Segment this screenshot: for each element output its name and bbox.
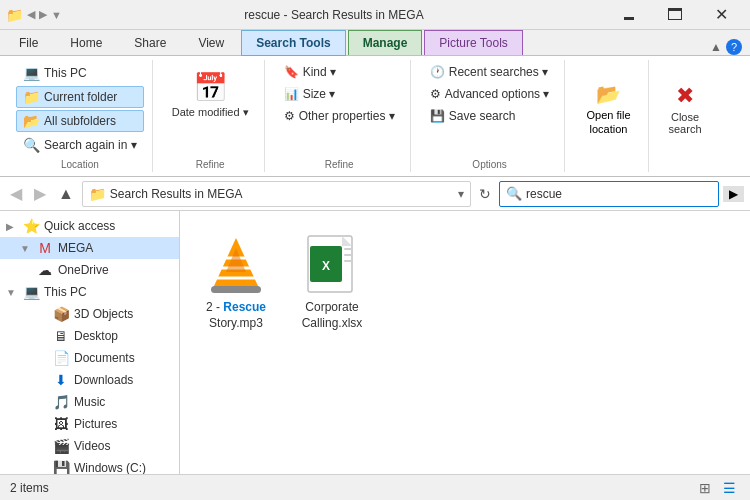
sidebar-item-mega[interactable]: ▼ M MEGA bbox=[0, 237, 179, 259]
sidebar-label: 3D Objects bbox=[74, 307, 173, 321]
sidebar-item-pictures[interactable]: 🖼 Pictures bbox=[0, 413, 179, 435]
music-icon: 🎵 bbox=[52, 394, 70, 410]
address-bar-dropdown[interactable]: ▾ bbox=[458, 187, 464, 201]
tab-picture[interactable]: Picture Tools bbox=[424, 30, 522, 55]
ribbon-group-date: 📅 Date modified ▾ Refine bbox=[157, 60, 265, 172]
refine-label: Refine bbox=[157, 159, 264, 170]
minimize-button[interactable]: 🗕 bbox=[606, 0, 652, 30]
expand-icon: ▼ bbox=[6, 287, 18, 298]
window-controls: 🗕 🗖 ✕ bbox=[606, 0, 744, 30]
sidebar-item-videos[interactable]: 🎬 Videos bbox=[0, 435, 179, 457]
grid-view-button[interactable]: ⊞ bbox=[695, 478, 715, 498]
tab-file[interactable]: File bbox=[4, 30, 53, 55]
xlsx-icon: X bbox=[306, 234, 358, 294]
tab-search[interactable]: Search Tools bbox=[241, 30, 345, 56]
ribbon-content: 💻 This PC 📁 Current folder 📂 All subfold… bbox=[0, 56, 750, 177]
drive-c-icon: 💾 bbox=[52, 460, 70, 474]
sidebar-item-desktop[interactable]: 🖥 Desktop bbox=[0, 325, 179, 347]
refine-label2: Refine bbox=[269, 159, 410, 170]
date-group-content: 📅 Date modified ▾ bbox=[165, 62, 256, 170]
all-subfolders-btn[interactable]: 📂 All subfolders bbox=[16, 110, 144, 132]
this-pc-btn[interactable]: 💻 This PC bbox=[16, 62, 144, 84]
pc-icon: 💻 bbox=[23, 65, 40, 81]
vlc-icon bbox=[208, 234, 264, 294]
tab-view[interactable]: View bbox=[183, 30, 239, 55]
list-view-button[interactable]: ☰ bbox=[719, 478, 740, 498]
pc-icon: 💻 bbox=[22, 284, 40, 300]
xlsx-icon-area: X bbox=[300, 232, 364, 296]
title-bar: 📁 ◀ ▶ ▼ rescue - Search Results in MEGA … bbox=[0, 0, 750, 30]
search-again-btn[interactable]: 🔍 Search again in ▾ bbox=[16, 134, 144, 156]
sidebar-item-documents[interactable]: 📄 Documents bbox=[0, 347, 179, 369]
window-title: rescue - Search Results in MEGA bbox=[62, 8, 606, 22]
kind-icon: 🔖 bbox=[284, 65, 299, 79]
help-icon[interactable]: ? bbox=[726, 39, 742, 55]
address-bar-text: Search Results in MEGA bbox=[110, 187, 454, 201]
search-input[interactable] bbox=[526, 187, 712, 201]
close-search-label: Closesearch bbox=[669, 111, 702, 135]
save-search-btn[interactable]: 💾 Save search bbox=[423, 106, 557, 126]
current-folder-btn[interactable]: 📁 Current folder bbox=[16, 86, 144, 108]
refresh-button[interactable]: ↻ bbox=[475, 184, 495, 204]
back-button[interactable]: ◀ bbox=[6, 182, 26, 205]
open-file-location-btn[interactable]: 📂 Open filelocation bbox=[577, 77, 639, 142]
quick-access-icon3: ▼ bbox=[51, 9, 62, 21]
search-bar-icon: 🔍 bbox=[506, 186, 522, 201]
search-bar[interactable]: 🔍 bbox=[499, 181, 719, 207]
quick-access-icon2: ▶ bbox=[39, 8, 47, 21]
file-item-rescue-mp3[interactable]: 2 - Rescue Story.mp3 bbox=[196, 227, 276, 336]
sidebar-label: Desktop bbox=[74, 329, 173, 343]
sidebar-item-windows-c[interactable]: 💾 Windows (C:) bbox=[0, 457, 179, 474]
svg-rect-5 bbox=[211, 286, 261, 293]
file-item-corporate-xlsx[interactable]: X CorporateCalling.xlsx bbox=[292, 227, 372, 336]
sidebar-label: Quick access bbox=[44, 219, 173, 233]
videos-icon: 🎬 bbox=[52, 438, 70, 454]
file-label-corporate: CorporateCalling.xlsx bbox=[302, 300, 363, 331]
expand-icon: ▼ bbox=[20, 243, 32, 254]
kind-btn[interactable]: 🔖 Kind ▾ bbox=[277, 62, 402, 82]
forward-button[interactable]: ▶ bbox=[30, 182, 50, 205]
title-bar-icons: 📁 ◀ ▶ ▼ bbox=[6, 7, 62, 23]
nav-bar: ◀ ▶ ▲ 📁 Search Results in MEGA ▾ ↻ 🔍 ▶ bbox=[0, 177, 750, 211]
chevron-up-icon[interactable]: ▲ bbox=[710, 40, 722, 54]
date-modified-btn[interactable]: 📅 Date modified ▾ bbox=[165, 62, 256, 124]
sidebar-label: Music bbox=[74, 395, 173, 409]
content-area: 2 - Rescue Story.mp3 bbox=[180, 211, 750, 474]
maximize-button[interactable]: 🗖 bbox=[652, 0, 698, 30]
vlc-icon-area bbox=[204, 232, 268, 296]
sidebar-label: MEGA bbox=[58, 241, 173, 255]
objects-icon: 📦 bbox=[52, 306, 70, 322]
tab-manage[interactable]: Manage bbox=[348, 30, 423, 55]
sidebar-item-3d-objects[interactable]: 📦 3D Objects bbox=[0, 303, 179, 325]
address-bar[interactable]: 📁 Search Results in MEGA ▾ bbox=[82, 181, 471, 207]
search-go-button[interactable]: ▶ bbox=[723, 186, 744, 202]
location-group-content: 💻 This PC 📁 Current folder 📂 All subfold… bbox=[16, 62, 144, 170]
tab-home[interactable]: Home bbox=[55, 30, 117, 55]
sidebar-item-music[interactable]: 🎵 Music bbox=[0, 391, 179, 413]
close-search-button[interactable]: ✖ Closesearch bbox=[661, 79, 710, 139]
sidebar-item-quick-access[interactable]: ▶ ⭐ Quick access bbox=[0, 215, 179, 237]
close-button[interactable]: ✕ bbox=[698, 0, 744, 30]
sidebar-item-downloads[interactable]: ⬇ Downloads bbox=[0, 369, 179, 391]
svg-rect-11 bbox=[344, 248, 352, 250]
svg-rect-12 bbox=[344, 254, 352, 256]
expand-icon: ▶ bbox=[6, 221, 18, 232]
size-icon: 📊 bbox=[284, 87, 299, 101]
sidebar-item-this-pc[interactable]: ▼ 💻 This PC bbox=[0, 281, 179, 303]
other-props-btn[interactable]: ⚙ Other properties ▾ bbox=[277, 106, 402, 126]
size-btn[interactable]: 📊 Size ▾ bbox=[277, 84, 402, 104]
search-again-icon: 🔍 bbox=[23, 137, 40, 153]
ribbon-chevron[interactable]: ▲ ? bbox=[710, 39, 746, 55]
recent-searches-btn[interactable]: 🕐 Recent searches ▾ bbox=[423, 62, 557, 82]
ribbon-group-closesearch: ✖ Closesearch bbox=[653, 60, 718, 172]
mega-icon: M bbox=[36, 240, 54, 256]
up-button[interactable]: ▲ bbox=[54, 183, 78, 205]
advanced-options-btn[interactable]: ⚙ Advanced options ▾ bbox=[423, 84, 557, 104]
options-label: Options bbox=[415, 159, 565, 170]
sidebar-label: Windows (C:) bbox=[74, 461, 173, 474]
tab-share[interactable]: Share bbox=[119, 30, 181, 55]
status-bar: 2 items ⊞ ☰ bbox=[0, 474, 750, 500]
calendar-icon: 📅 bbox=[193, 71, 228, 104]
documents-icon: 📄 bbox=[52, 350, 70, 366]
sidebar-item-onedrive[interactable]: ☁ OneDrive bbox=[0, 259, 179, 281]
